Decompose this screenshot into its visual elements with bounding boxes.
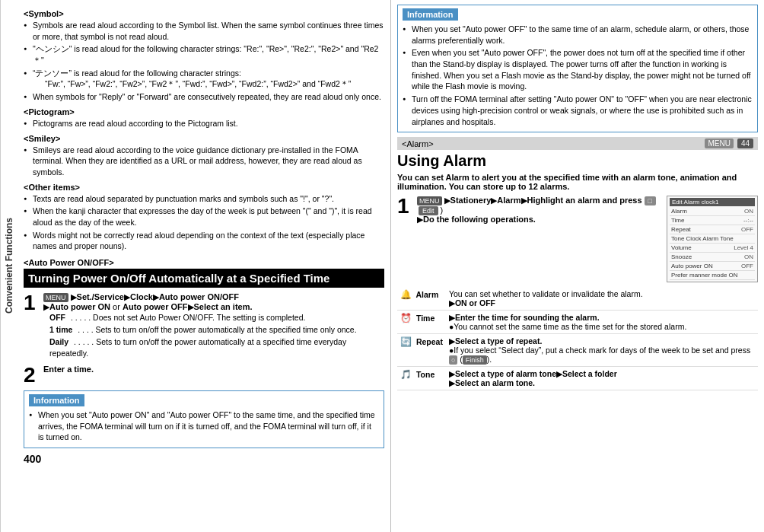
list-item: When symbols for "Reply" or "Forward" ar… xyxy=(24,91,384,103)
screen-row: Time--:-- xyxy=(670,216,755,225)
step1-text1: ▶Stationery▶Alarm▶Highlight an alarm and… xyxy=(444,196,645,205)
step2-block: 2 Enter a time. xyxy=(24,365,384,386)
time-icon: ⏰ xyxy=(400,313,412,323)
auto-power-title: Turning Power On/Off Automatically at a … xyxy=(24,269,384,288)
screen-row: VolumeLevel 4 xyxy=(670,244,755,253)
info-label-left: Information xyxy=(29,394,84,406)
list-item: Daily . . . . . Sets to turn on/off the … xyxy=(49,336,384,361)
screen-title: Edit Alarm clock1 xyxy=(672,199,718,205)
pictogram-list: Pictograms are read aloud according to t… xyxy=(24,118,384,129)
menu-key-icon: MENU xyxy=(43,293,68,302)
step2-text: Enter a time. xyxy=(43,365,94,374)
main-content: <Symbol> Symbols are read aloud accordin… xyxy=(18,0,764,532)
list-item: When you set "Auto power OFF" to the sam… xyxy=(403,24,753,46)
menu-badge-icon: MENU xyxy=(705,139,733,148)
table-row: 🔄 Repeat ▶Select a type of repeat. ●If y… xyxy=(397,334,758,367)
repeat-name: Repeat xyxy=(416,337,443,346)
table-cell-repeat-label: 🔄 Repeat xyxy=(397,334,446,367)
list-item: When you set "Auto power ON" and "Auto p… xyxy=(29,409,379,443)
screen-row: RepeatOFF xyxy=(670,225,755,234)
info-section-right: Information When you set "Auto power OFF… xyxy=(397,5,758,132)
smiley-header: <Smiley> xyxy=(24,134,384,143)
menu-key-right: MENU xyxy=(417,196,442,205)
screen-mockup: Edit Alarm clock1 AlarmON Time--:-- Repe… xyxy=(667,196,758,282)
list-item: Even when you set "Auto power OFF", the … xyxy=(403,47,753,92)
step2-number: 2 xyxy=(24,365,40,386)
auto-power-header: <Auto Power ON/OFF> xyxy=(24,258,384,267)
table-row: 🎵 Tone ▶Select a type of alarm tone▶Sele… xyxy=(397,367,758,390)
finish-btn: Finish xyxy=(463,355,487,365)
table-cell-tone-content: ▶Select a type of alarm tone▶Select a fo… xyxy=(446,367,758,390)
tone-icon: 🎵 xyxy=(400,369,412,380)
info-section-left: Information When you set "Auto power ON"… xyxy=(24,390,384,448)
symbol-header: <Symbol> xyxy=(24,9,384,18)
screen-row: Prefer manner mode ON xyxy=(670,271,755,280)
list-item: When the kanji character that expresses … xyxy=(24,205,384,228)
list-item: Smileys are read aloud according to the … xyxy=(24,145,384,178)
list-item: Pictograms are read aloud according to t… xyxy=(24,118,384,129)
right-column: Information When you set "Auto power OFF… xyxy=(391,0,764,532)
step1-text2: ▶Do the following operations. xyxy=(417,215,536,224)
table-row: ⏰ Time ▶Enter the time for sounding the … xyxy=(397,311,758,334)
alarm-menu-number: 44 xyxy=(737,139,753,148)
info-label-right: Information xyxy=(403,8,458,21)
table-cell-alarm-content: You can set whether to validate or inval… xyxy=(446,287,758,311)
symbol-list: Symbols are read aloud according to the … xyxy=(24,20,384,103)
alarm-settings-table: 🔔 Alarm You can set whether to validate … xyxy=(397,287,758,390)
screen-title-bar: Edit Alarm clock1 xyxy=(670,198,755,206)
info-list-right: When you set "Auto power OFF" to the sam… xyxy=(403,24,753,127)
other-header: <Other items> xyxy=(24,183,384,192)
page-wrapper: Convenient Functions <Symbol> Symbols ar… xyxy=(0,0,764,532)
alarm-section-tag: <Alarm> xyxy=(402,139,434,148)
table-cell-alarm-label: 🔔 Alarm xyxy=(397,287,446,311)
tone-name: Tone xyxy=(416,370,435,379)
info-list-left: When you set "Auto power ON" and "Auto p… xyxy=(29,409,379,443)
sidebar-label: Convenient Functions xyxy=(0,0,18,532)
circle-button-icon: ○ xyxy=(449,355,457,365)
step1-block: 1 MENU ▶Set./Service▶Clock▶Auto power ON… xyxy=(24,292,384,360)
list-item: Symbols are read aloud according to the … xyxy=(24,20,384,42)
table-cell-time-content: ▶Enter the time for sounding the alarm. … xyxy=(446,311,758,334)
step1-number: 1 xyxy=(24,292,40,314)
alarm-step1-block: 1 MENU ▶Stationery▶Alarm▶Highlight an al… xyxy=(397,196,758,282)
page-number: 400 xyxy=(24,453,384,465)
list-item: Texts are read aloud separated by punctu… xyxy=(24,193,384,205)
list-item: “テンソー” is read aloud for the following c… xyxy=(24,68,384,90)
list-item: OFF . . . . . Does not set Auto Power ON… xyxy=(49,312,384,324)
sidebar-label-text: Convenient Functions xyxy=(4,218,14,314)
alarm-subtitle: You can set Alarm to alert you at the sp… xyxy=(397,173,758,191)
alarm-title: Using Alarm xyxy=(397,151,758,170)
edit-button-icon: □ xyxy=(645,196,656,205)
screen-row: Auto power ONOFF xyxy=(670,262,755,271)
screen-row: SnoozeON xyxy=(670,253,755,262)
screen-row: AlarmON xyxy=(670,207,755,216)
time-name: Time xyxy=(416,314,435,323)
left-column: <Symbol> Symbols are read aloud accordin… xyxy=(18,0,391,532)
table-cell-repeat-content: ▶Select a type of repeat. ●If you select… xyxy=(446,334,758,367)
alarm-step1-content: MENU ▶Stationery▶Alarm▶Highlight an alar… xyxy=(417,196,758,282)
list-item: 1 time . . . . Sets to turn on/off the p… xyxy=(49,324,384,336)
step1-text-block: MENU ▶Stationery▶Alarm▶Highlight an alar… xyxy=(417,196,662,225)
screen-row: Tone Clock Alarm Tone xyxy=(670,234,755,244)
repeat-icon: 🔄 xyxy=(400,336,412,347)
alarm-name: Alarm xyxy=(416,290,439,299)
pictogram-header: <Pictogram> xyxy=(24,107,384,116)
table-cell-tone-label: 🎵 Tone xyxy=(397,367,446,390)
list-item: Turn off the FOMA terminal after setting… xyxy=(403,94,753,127)
other-list: Texts are read aloud separated by punctu… xyxy=(24,193,384,252)
step1-content: MENU ▶Set./Service▶Clock▶Auto power ON/O… xyxy=(43,292,384,360)
step1-text: ▶Set./Service▶Clock▶Auto power ON/OFF▶Au… xyxy=(43,292,253,311)
step1-bracket: ) xyxy=(441,205,444,215)
step-text-and-screen: MENU ▶Stationery▶Alarm▶Highlight an alar… xyxy=(417,196,758,282)
smiley-list: Smileys are read aloud according to the … xyxy=(24,145,384,178)
list-item: Words might not be correctly read aloud … xyxy=(24,230,384,252)
option-list: OFF . . . . . Does not set Auto Power ON… xyxy=(49,312,384,360)
list-item: "ヘンシン" is read aloud for the following c… xyxy=(24,43,384,65)
alarm-step1-number: 1 xyxy=(397,196,414,217)
alarm-section-header: <Alarm> MENU 44 xyxy=(397,137,758,150)
alarm-bell-icon: 🔔 xyxy=(400,289,412,300)
table-row: 🔔 Alarm You can set whether to validate … xyxy=(397,287,758,311)
table-cell-time-label: ⏰ Time xyxy=(397,311,446,334)
step2-content: Enter a time. xyxy=(43,365,384,374)
